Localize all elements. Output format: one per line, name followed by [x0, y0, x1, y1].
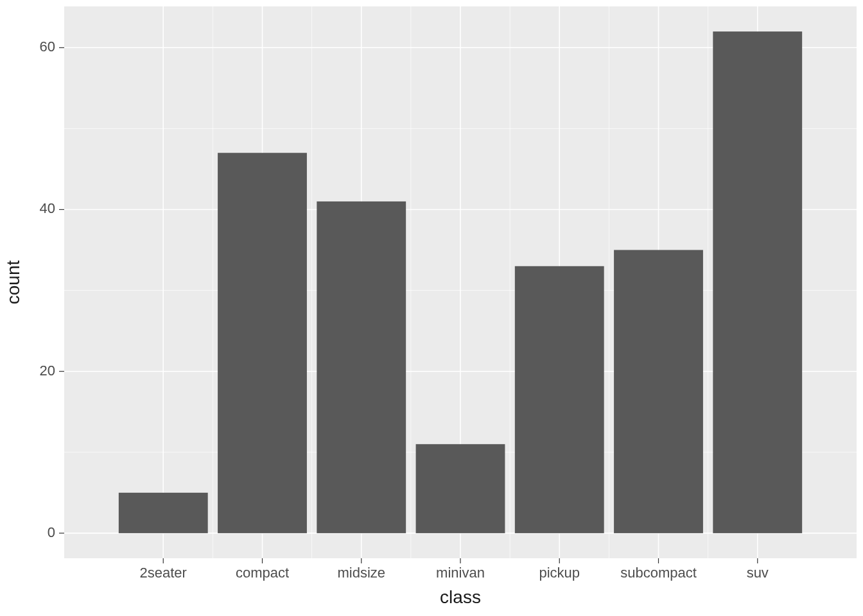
x-tick-label: pickup: [539, 565, 580, 581]
chart-container: 02040602seatercompactmidsizeminivanpicku…: [0, 0, 863, 616]
y-tick-label: 0: [48, 524, 55, 540]
y-axis-title: count: [3, 261, 23, 305]
x-tick-label: 2seater: [140, 565, 187, 581]
bar-subcompact: [614, 250, 703, 533]
y-tick-label: 20: [40, 363, 55, 379]
x-tick-label: compact: [236, 565, 289, 581]
bar-midsize: [317, 201, 406, 533]
bar-compact: [218, 153, 307, 533]
y-tick-label: 60: [40, 38, 55, 55]
bar-chart: 02040602seatercompactmidsizeminivanpicku…: [0, 0, 863, 616]
x-tick-label: midsize: [337, 565, 385, 581]
x-tick-label: subcompact: [620, 565, 697, 581]
bar-2seater: [119, 493, 208, 533]
bar-pickup: [515, 266, 604, 533]
bar-suv: [713, 31, 802, 533]
x-axis-title: class: [440, 587, 481, 607]
x-tick-label: suv: [747, 565, 769, 581]
bar-minivan: [416, 444, 505, 533]
y-tick-label: 40: [40, 200, 55, 216]
x-tick-label: minivan: [436, 565, 485, 581]
